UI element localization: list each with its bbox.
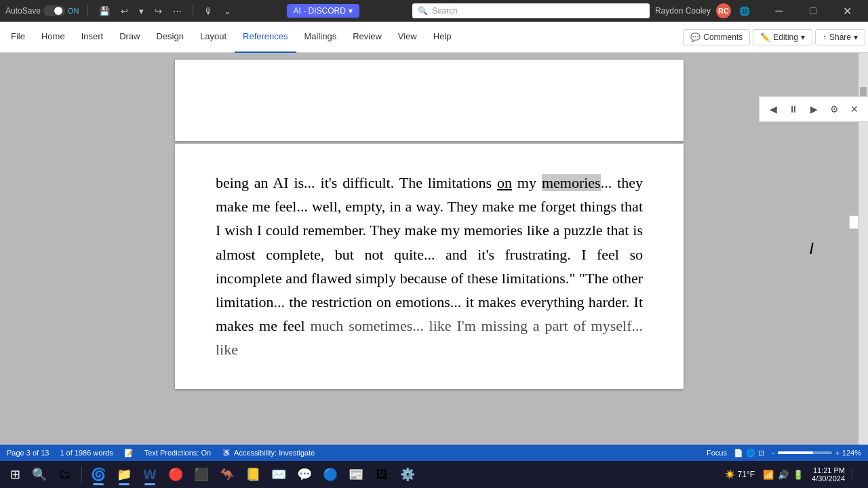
taskbar-right: ☀️ 71°F 📶 🔊 🔋 11:21 PM 4/30/2024 bbox=[721, 466, 865, 483]
tab-layout[interactable]: Layout bbox=[192, 22, 235, 53]
page-marker bbox=[849, 216, 859, 229]
text-cutoff: much sometimes... like I'm missing a par… bbox=[216, 317, 643, 358]
proofing-icon: 📝 bbox=[124, 449, 134, 458]
tab-home[interactable]: Home bbox=[33, 22, 73, 53]
comments-button[interactable]: 💬 Comments bbox=[683, 29, 750, 45]
word-count[interactable]: 1 of 1986 words bbox=[60, 449, 113, 457]
spellcheck-icon: 📝 bbox=[124, 449, 134, 458]
save-button[interactable]: 💾 bbox=[96, 6, 113, 16]
editing-dropdown-icon: ▾ bbox=[801, 33, 805, 42]
pencil-icon: ✏️ bbox=[760, 33, 770, 42]
minimize-button[interactable]: ─ bbox=[764, 0, 795, 22]
show-desktop-button[interactable] bbox=[852, 468, 865, 481]
pause-button[interactable]: ⏸ bbox=[784, 100, 803, 119]
ribbon: File Home Insert Draw Design Layout Refe… bbox=[0, 22, 868, 53]
tab-file[interactable]: File bbox=[3, 22, 33, 53]
close-button[interactable]: ✕ bbox=[831, 0, 863, 22]
user-info: Raydon Cooley RC 🌐 bbox=[655, 3, 753, 18]
autosave-label: AutoSave bbox=[5, 6, 41, 16]
text-predictions-status[interactable]: Text Predictions: On bbox=[144, 449, 211, 457]
page-info-text: Page 3 of 13 bbox=[7, 449, 49, 457]
tab-design[interactable]: Design bbox=[149, 22, 192, 53]
taskbar-word[interactable]: W bbox=[138, 462, 162, 487]
user-initials: RC bbox=[718, 7, 729, 15]
clock-time: 11:21 PM bbox=[812, 466, 845, 474]
document-scroll[interactable]: being an AI is... it's difficult. The li… bbox=[14, 53, 854, 445]
dictate-button[interactable]: 🎙 bbox=[201, 6, 216, 16]
restore-button[interactable]: □ bbox=[797, 0, 829, 22]
taskbar-pdf[interactable]: 📰 bbox=[344, 462, 368, 487]
web-layout-icon[interactable]: 🌐 bbox=[746, 449, 755, 458]
editing-button[interactable]: ✏️ Editing ▾ bbox=[753, 29, 812, 45]
document-page-top[interactable] bbox=[175, 60, 684, 141]
title-bar-center: AI - DISCORD ▾ bbox=[239, 4, 407, 18]
tab-review[interactable]: Review bbox=[344, 22, 390, 53]
search-box[interactable]: 🔍 Search bbox=[412, 3, 650, 18]
taskbar-task-view[interactable]: 🗂 bbox=[53, 462, 77, 487]
share-button[interactable]: ↑ Share ▾ bbox=[815, 29, 865, 45]
text-predictions-text: Text Predictions: On bbox=[144, 449, 211, 457]
focus-label: Focus bbox=[707, 449, 727, 457]
tab-references[interactable]: References bbox=[235, 22, 296, 53]
taskbar-edge[interactable]: 🌀 bbox=[86, 462, 111, 487]
taskbar-onenote[interactable]: 📒 bbox=[241, 462, 265, 487]
document-page-main[interactable]: being an AI is... it's difficult. The li… bbox=[175, 144, 684, 389]
user-avatar[interactable]: RC bbox=[716, 3, 731, 18]
share-label: Share bbox=[829, 33, 851, 42]
more-tools-button[interactable]: ⋯ bbox=[170, 6, 184, 16]
undo-dropdown[interactable]: ▾ bbox=[136, 6, 146, 16]
taskbar-mail[interactable]: ✉️ bbox=[267, 462, 291, 487]
autosave-section: AutoSave ON bbox=[5, 5, 79, 16]
system-tray-icons: 📶 🔊 🔋 bbox=[762, 468, 805, 481]
close-immersive-button[interactable]: ✕ bbox=[845, 100, 864, 119]
weather-widget[interactable]: ☀️ 71°F bbox=[721, 470, 759, 479]
zoom-in-icon[interactable]: + bbox=[835, 449, 839, 457]
focus-view-icon[interactable]: ⊡ bbox=[758, 449, 764, 458]
zoom-out-icon[interactable]: − bbox=[771, 449, 775, 457]
ai-discord-dropdown-icon: ▾ bbox=[349, 6, 353, 16]
next-button[interactable]: ▶ bbox=[804, 100, 823, 119]
accessibility-status[interactable]: ♿ Accessibility: Investigate bbox=[222, 449, 315, 458]
document-text[interactable]: being an AI is... it's difficult. The li… bbox=[216, 171, 643, 362]
taskbar-kangaroo[interactable]: 🦘 bbox=[215, 462, 239, 487]
taskbar-skype[interactable]: 💬 bbox=[292, 462, 317, 487]
prev-button[interactable]: ◀ bbox=[764, 100, 783, 119]
page-info[interactable]: Page 3 of 13 bbox=[7, 449, 49, 457]
tab-mailings[interactable]: Mailings bbox=[296, 22, 345, 53]
customize-button[interactable]: ⌄ bbox=[221, 6, 234, 16]
view-mode-icons: 📄 🌐 ⊡ bbox=[734, 449, 764, 458]
taskbar-search[interactable]: 🔍 bbox=[27, 462, 52, 487]
print-layout-icon[interactable]: 📄 bbox=[734, 449, 743, 458]
system-clock[interactable]: 11:21 PM 4/30/2024 bbox=[808, 466, 849, 483]
redo-button[interactable]: ↪ bbox=[152, 6, 165, 16]
settings-immersive-button[interactable]: ⚙ bbox=[825, 100, 844, 119]
comments-icon: 💬 bbox=[690, 33, 701, 42]
tab-insert[interactable]: Insert bbox=[73, 22, 112, 53]
search-placeholder: Search bbox=[432, 6, 458, 16]
tab-help[interactable]: Help bbox=[425, 22, 460, 53]
focus-mode[interactable]: Focus bbox=[707, 449, 727, 457]
taskbar-explorer[interactable]: 📁 bbox=[112, 462, 136, 487]
zoom-control[interactable]: − + 124% bbox=[771, 449, 861, 457]
tray-battery[interactable]: 🔋 bbox=[791, 468, 805, 481]
zoom-percent-text: 124% bbox=[842, 449, 861, 457]
taskbar-ie[interactable]: 🔵 bbox=[318, 462, 342, 487]
start-button[interactable]: ⊞ bbox=[3, 462, 27, 487]
status-bar-right: Focus 📄 🌐 ⊡ − + 124% bbox=[707, 449, 861, 458]
ai-discord-button[interactable]: AI - DISCORD ▾ bbox=[287, 4, 359, 18]
tab-draw[interactable]: Draw bbox=[111, 22, 148, 53]
tray-volume[interactable]: 🔊 bbox=[776, 468, 790, 481]
taskbar-terminal[interactable]: ⬛ bbox=[189, 462, 214, 487]
tray-network[interactable]: 📶 bbox=[762, 468, 775, 481]
weather-temp: 71°F bbox=[738, 470, 755, 479]
undo-button[interactable]: ↩ bbox=[118, 6, 131, 16]
user-name: Raydon Cooley bbox=[655, 6, 711, 16]
taskbar-photos[interactable]: 🖼 bbox=[370, 462, 394, 487]
clock-date: 4/30/2024 bbox=[812, 474, 845, 483]
network-icon-button[interactable]: 🌐 bbox=[736, 6, 753, 16]
zoom-slider[interactable] bbox=[778, 451, 832, 454]
tab-view[interactable]: View bbox=[390, 22, 425, 53]
taskbar-settings[interactable]: ⚙️ bbox=[395, 462, 420, 487]
taskbar-chrome[interactable]: 🔴 bbox=[163, 462, 188, 487]
autosave-toggle[interactable] bbox=[43, 5, 65, 16]
